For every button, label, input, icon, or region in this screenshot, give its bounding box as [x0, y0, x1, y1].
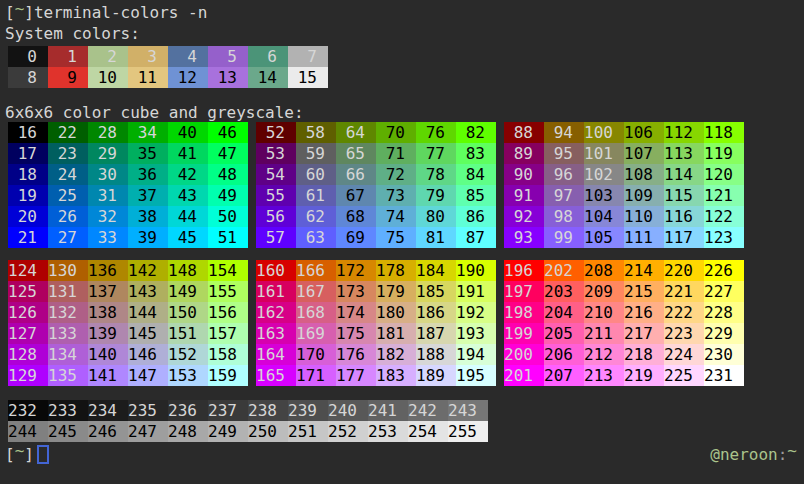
color-cell-90: 90 — [504, 164, 544, 185]
color-cell-92: 92 — [504, 206, 544, 227]
color-cell-13: 13 — [208, 67, 248, 88]
color-cell-14: 14 — [248, 67, 288, 88]
color-cell-0: 0 — [8, 46, 48, 67]
color-row: 57 63 69 75 81 87 — [256, 227, 496, 248]
color-row: 244 245 246 247 248 249 250 251 252 253 … — [8, 421, 804, 442]
color-cell-216: 216 — [624, 302, 664, 323]
color-row: 124 130 136 142 148 154 — [8, 260, 248, 281]
color-cell-8: 8 — [8, 67, 48, 88]
color-cell-33: 33 — [88, 227, 128, 248]
color-cell-254: 254 — [408, 421, 448, 442]
color-cell-211: 211 — [584, 323, 624, 344]
color-cell-245: 245 — [48, 421, 88, 442]
color-row: 20 26 32 38 44 50 — [8, 206, 248, 227]
color-cell-191: 191 — [456, 281, 496, 302]
color-cell-114: 114 — [664, 164, 704, 185]
color-cell-186: 186 — [416, 302, 456, 323]
color-cell-185: 185 — [416, 281, 456, 302]
color-cell-102: 102 — [584, 164, 624, 185]
color-cell-94: 94 — [544, 122, 584, 143]
color-row: 201 207 213 219 225 231 — [504, 365, 744, 386]
color-cell-162: 162 — [256, 302, 296, 323]
color-row: 21 27 33 39 45 51 — [8, 227, 248, 248]
color-cell-44: 44 — [168, 206, 208, 227]
command-line: [~]terminal-colors -n — [0, 2, 804, 23]
color-cell-105: 105 — [584, 227, 624, 248]
color-cell-111: 111 — [624, 227, 664, 248]
color-cell-139: 139 — [88, 323, 128, 344]
color-cell-122: 122 — [704, 206, 744, 227]
color-cell-166: 166 — [296, 260, 336, 281]
color-cell-130: 130 — [48, 260, 88, 281]
color-cell-51: 51 — [208, 227, 248, 248]
color-cell-131: 131 — [48, 281, 88, 302]
color-cell-57: 57 — [256, 227, 296, 248]
color-cell-98: 98 — [544, 206, 584, 227]
color-cell-206: 206 — [544, 344, 584, 365]
color-row: 161 167 173 179 185 191 — [256, 281, 496, 302]
color-cell-148: 148 — [168, 260, 208, 281]
color-cell-93: 93 — [504, 227, 544, 248]
color-cell-251: 251 — [288, 421, 328, 442]
color-cell-208: 208 — [584, 260, 624, 281]
color-cell-10: 10 — [88, 67, 128, 88]
color-cell-29: 29 — [88, 143, 128, 164]
color-cell-176: 176 — [336, 344, 376, 365]
terminal-screen[interactable]: [~]terminal-colors -n System colors: 0 1… — [0, 0, 804, 484]
color-cell-7: 7 — [288, 46, 328, 67]
color-cell-230: 230 — [704, 344, 744, 365]
color-cell-249: 249 — [208, 421, 248, 442]
color-cell-76: 76 — [416, 122, 456, 143]
color-row: 129 135 141 147 153 159 — [8, 365, 248, 386]
color-cell-106: 106 — [624, 122, 664, 143]
cube-block-16-51: 16 22 28 34 40 46 17 23 29 35 41 47 18 2… — [8, 122, 248, 248]
color-cell-116: 116 — [664, 206, 704, 227]
color-cell-88: 88 — [504, 122, 544, 143]
color-cell-141: 141 — [88, 365, 128, 386]
host-indicator: @neroon:~ — [710, 444, 804, 465]
color-cell-243: 243 — [448, 400, 488, 421]
color-cell-42: 42 — [168, 164, 208, 185]
color-cell-26: 26 — [48, 206, 88, 227]
color-cell-172: 172 — [336, 260, 376, 281]
color-cell-37: 37 — [128, 185, 168, 206]
color-cell-233: 233 — [48, 400, 88, 421]
color-row: 128 134 140 146 152 158 — [8, 344, 248, 365]
system-colors-label: System colors: — [0, 23, 804, 44]
color-row: 162 168 174 180 186 192 — [256, 302, 496, 323]
prompt-close-bracket: ] — [24, 444, 34, 465]
color-cell-62: 62 — [296, 206, 336, 227]
color-cell-227: 227 — [704, 281, 744, 302]
color-cell-30: 30 — [88, 164, 128, 185]
color-cell-6: 6 — [248, 46, 288, 67]
color-cell-198: 198 — [504, 302, 544, 323]
color-cell-140: 140 — [88, 344, 128, 365]
color-cell-117: 117 — [664, 227, 704, 248]
color-row: 126 132 138 144 150 156 — [8, 302, 248, 323]
color-cell-81: 81 — [416, 227, 456, 248]
color-cell-123: 123 — [704, 227, 744, 248]
color-cell-232: 232 — [8, 400, 48, 421]
color-row: 52 58 64 70 76 82 — [256, 122, 496, 143]
color-cell-113: 113 — [664, 143, 704, 164]
color-cell-18: 18 — [8, 164, 48, 185]
color-cell-22: 22 — [48, 122, 88, 143]
color-cell-161: 161 — [256, 281, 296, 302]
color-row: 200 206 212 218 224 230 — [504, 344, 744, 365]
color-cell-65: 65 — [336, 143, 376, 164]
color-cell-23: 23 — [48, 143, 88, 164]
color-row: 232 233 234 235 236 237 238 239 240 241 … — [8, 400, 804, 421]
color-cell-80: 80 — [416, 206, 456, 227]
color-cell-133: 133 — [48, 323, 88, 344]
color-cell-79: 79 — [416, 185, 456, 206]
color-row: 197 203 209 215 221 227 — [504, 281, 744, 302]
color-cell-246: 246 — [88, 421, 128, 442]
color-cell-63: 63 — [296, 227, 336, 248]
color-cell-53: 53 — [256, 143, 296, 164]
color-row: 56 62 68 74 80 86 — [256, 206, 496, 227]
color-cell-71: 71 — [376, 143, 416, 164]
color-cell-215: 215 — [624, 281, 664, 302]
cube-lower-row: 124 130 136 142 148 154 125 131 137 143 … — [0, 260, 804, 386]
color-cell-34: 34 — [128, 122, 168, 143]
color-cell-2: 2 — [88, 46, 128, 67]
